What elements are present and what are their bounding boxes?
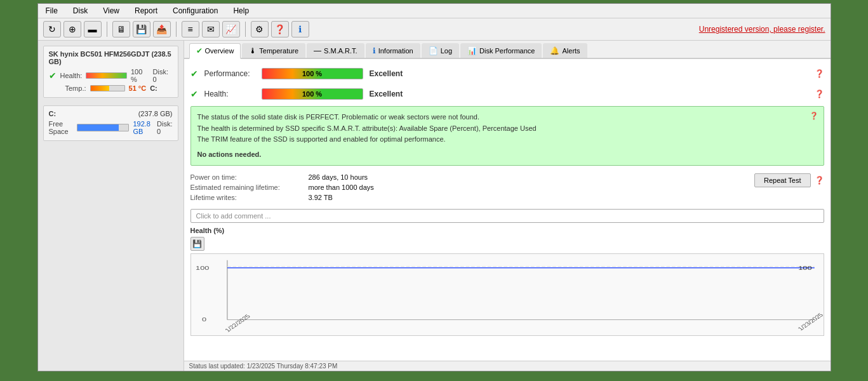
toolbar-separator-2 [176,22,177,37]
tab-log-label: Log [441,47,452,55]
partition-bar [77,124,129,131]
performance-help-icon[interactable]: ❓ [815,69,824,78]
disk2-button[interactable]: 💾 [133,21,150,37]
settings-button[interactable]: ⚙ [251,21,269,37]
chart-section: Health (%) 💾 [190,227,824,336]
help-button[interactable]: ❓ [271,21,289,37]
info-col-left: Power on time: 286 days, 10 hours Estima… [190,173,374,201]
disk-performance-icon: 📊 [467,46,477,55]
repeat-test-button[interactable]: Repeat Test [754,173,811,187]
power-on-label: Power on time: [190,173,305,181]
free-space-value: 192.8 GB [133,120,153,135]
copy-button[interactable]: ⊕ [63,21,81,37]
performance-status: Excellent [370,69,403,78]
graph-button[interactable]: 📈 [222,21,240,37]
information-icon: ℹ [373,46,376,55]
health-row: ✔ Health: 100 % Disk: 0 [49,68,173,83]
estimated-value: more than 1000 days [309,184,374,191]
tab-information[interactable]: ℹ Information [366,43,420,58]
status-message-box: ❓ The status of the solid state disk is … [190,106,824,166]
tabs-bar: ✔ Overview 🌡 Temperature — S.M.A.R.T. ℹ … [184,41,831,59]
health-help-icon[interactable]: ❓ [815,90,824,98]
menu-bar: File Disk View Report Configuration Help [38,4,831,18]
health-metric-check-icon: ✔ [190,89,198,99]
temp-row: Temp.: 51 °C C: [49,84,173,92]
log-icon: 📄 [429,46,438,55]
comment-input[interactable]: Click to add comment ... [190,209,824,223]
health-metric-label: Health: [204,90,255,98]
menu-view[interactable]: View [100,5,122,17]
partition-header: C: (237.8 GB) [49,110,173,117]
menu-help[interactable]: Help [230,5,251,17]
health-label: Health: [60,72,83,79]
export-button[interactable]: 📤 [153,21,171,37]
tab-content-overview: ✔ Performance: 100 % Excellent ❓ ✔ Healt… [184,59,831,361]
health-metric-row: ✔ Health: 100 % Excellent ❓ [190,86,824,102]
partition-item[interactable]: C: (237.8 GB) Free Space 192.8 GB Disk: … [43,105,178,141]
temp-value: 51 °C [129,84,147,92]
menu-file[interactable]: File [43,5,60,17]
tab-alerts-label: Alerts [562,47,580,55]
chart-label: Health (%) [190,227,225,234]
partition-disk-ref: Disk: 0 [157,120,172,135]
info-button[interactable]: ℹ [291,21,309,37]
status-line5: No actions needed. [197,149,817,161]
performance-check-icon: ✔ [190,69,198,79]
status-help-icon[interactable]: ❓ [810,110,818,122]
tab-log[interactable]: 📄 Log [422,43,459,58]
performance-bar: 100 % [262,68,363,79]
toolbar-separator-3 [245,22,246,37]
app-window: File Disk View Report Configuration Help… [37,3,831,371]
health-metric-value: 100 % [302,90,322,98]
partition-drive: C: [49,110,57,117]
repeat-help-icon[interactable]: ❓ [815,176,824,185]
overview-check-icon: ✔ [196,46,203,55]
status-line3: The TRIM feature of the SSD is supported… [197,134,817,145]
chart-save-button[interactable]: 💾 [190,237,204,251]
tab-disk-performance[interactable]: 📊 Disk Performance [460,43,542,58]
tab-temperature[interactable]: 🌡 Temperature [242,43,305,58]
temperature-icon: 🌡 [249,46,257,55]
lifetime-writes-value: 3.92 TB [309,194,333,201]
tab-information-label: Information [378,47,413,55]
smart-icon: — [314,46,321,55]
drive-letter: C: [150,84,157,92]
disk-button[interactable]: 🖥 [112,21,130,37]
alerts-icon: 🔔 [550,46,559,55]
disk-item[interactable]: SK hynix BC501 HFM256GDJT (238.5 GB) ✔ H… [43,46,178,98]
disk-title: SK hynix BC501 HFM256GDJT (238.5 GB) [49,50,173,65]
health-bar-fill [86,73,126,78]
partition-size: (237.8 GB) [138,110,173,117]
lifetime-writes-row: Lifetime writes: 3.92 TB [190,194,374,201]
svg-text:0: 0 [202,317,206,323]
unregistered-link[interactable]: Unregistered version, please register. [699,25,825,34]
tab-overview[interactable]: ✔ Overview [189,43,241,59]
health-chart-svg: 100 0 1/22/2025 1/23/2025 100 [191,254,824,335]
list-button[interactable]: ≡ [182,21,199,37]
tab-alerts[interactable]: 🔔 Alerts [543,43,587,58]
health-metric-status: Excellent [370,90,403,98]
performance-label: Performance: [204,69,255,78]
status-text: Status last updated: 1/23/2025 Thursday … [189,363,338,370]
main-content: SK hynix BC501 HFM256GDJT (238.5 GB) ✔ H… [38,41,831,371]
info-section: Power on time: 286 days, 10 hours Estima… [190,170,824,205]
power-on-value: 286 days, 10 hours [309,173,368,181]
menu-configuration[interactable]: Configuration [170,5,220,17]
refresh-button[interactable]: ↻ [43,21,61,37]
tab-disk-performance-label: Disk Performance [479,47,535,55]
menu-report[interactable]: Report [132,5,160,17]
disk-num: Disk: 0 [153,68,173,83]
health-check-icon: ✔ [49,70,57,81]
estimated-label: Estimated remaining lifetime: [190,184,305,191]
lifetime-writes-label: Lifetime writes: [190,194,305,201]
sidebar: SK hynix BC501 HFM256GDJT (238.5 GB) ✔ H… [38,41,184,371]
temp-bar [90,85,125,91]
mail-button[interactable]: ✉ [202,21,220,37]
chart-area: 100 0 1/22/2025 1/23/2025 100 [190,253,824,336]
menu-disk[interactable]: Disk [70,5,90,17]
tab-smart[interactable]: — S.M.A.R.T. [307,43,364,58]
right-panel: ✔ Overview 🌡 Temperature — S.M.A.R.T. ℹ … [184,41,831,371]
dash-button[interactable]: ▬ [84,21,102,37]
toolbar: ↻ ⊕ ▬ 🖥 💾 📤 ≡ ✉ 📈 ⚙ ❓ ℹ Unregistered ver… [38,18,831,41]
performance-value: 100 % [302,70,322,77]
